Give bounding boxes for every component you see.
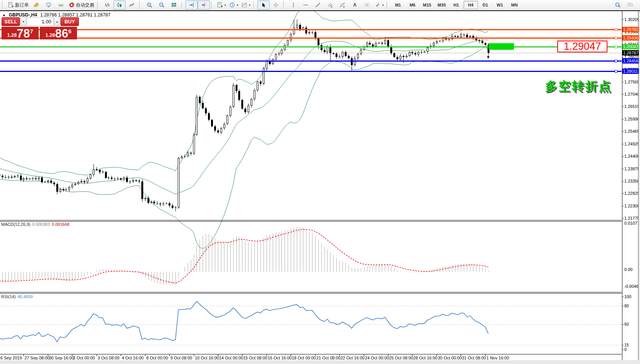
hline-anchor-marker[interactable] [615, 28, 617, 31]
time-tick-label[interactable]: 30 Sep 16:00 [49, 356, 74, 360]
autotrading-button[interactable]: 自动交易 [67, 0, 96, 10]
time-tick-label[interactable]: 3 Oct 08:00 [98, 356, 119, 360]
macd-main-value: 0.000383 [32, 222, 50, 227]
zoom-in-button[interactable] [143, 0, 155, 10]
time-tick-label[interactable]: 31 Oct 08:00 [462, 356, 486, 360]
autotrade-icon [69, 2, 75, 8]
chat-button[interactable] [624, 0, 636, 10]
style-button[interactable] [30, 0, 43, 10]
signals-button[interactable] [55, 0, 67, 10]
ask-price-button[interactable]: 1.28866 [40, 27, 77, 39]
timeframe-w1-button[interactable]: W1 [493, 1, 507, 9]
time-tick-label[interactable]: 14 Oct 00:00 [219, 356, 243, 360]
price-tick-label: 1.24400 [624, 154, 640, 158]
price-callout-box[interactable]: 1.29047 [557, 41, 607, 52]
time-tick-label[interactable]: 4 Oct 16:00 [122, 356, 144, 360]
price-line-badge: 1.29047 [622, 44, 639, 49]
ask-pip-digit: 6 [68, 28, 71, 34]
time-tick-label[interactable]: 1 Nov 16:00 [486, 356, 509, 360]
time-tick-label[interactable]: 16 Oct 16:00 [268, 356, 292, 360]
time-tick-label[interactable]: 18 Oct 00:00 [292, 356, 316, 360]
timeframe-m30-button[interactable]: M30 [434, 1, 449, 9]
chart-shift-button[interactable] [198, 0, 210, 10]
template-icon [241, 2, 247, 8]
periods-button[interactable]: ▾ [228, 0, 240, 10]
ask-prefix: 1.28 [45, 32, 55, 38]
hline-1.29781[interactable] [0, 29, 622, 30]
fibonacci-button[interactable]: F [336, 0, 349, 10]
hline-anchor-marker[interactable] [615, 70, 617, 73]
chart-window-top-border [0, 10, 640, 11]
tile-windows-button[interactable] [168, 0, 180, 10]
time-tick-label[interactable]: 25 Oct 08:00 [389, 356, 413, 360]
trendline-button[interactable] [312, 0, 324, 10]
templates-button[interactable]: ▾ [240, 0, 252, 10]
hline-1.29430[interactable] [0, 38, 622, 39]
horizontal-line-button[interactable] [300, 0, 312, 10]
hline-anchor-marker[interactable] [615, 46, 617, 48]
hline-1.28458[interactable] [0, 60, 622, 62]
highlight-rectangle[interactable] [489, 43, 514, 50]
timeframe-d1-button[interactable]: D1 [478, 1, 493, 9]
indicators-button[interactable]: ▾ [215, 0, 228, 10]
time-tick-label[interactable]: 6 Sep 2019 [0, 356, 22, 360]
time-tick-label[interactable]: 28 Oct 16:00 [413, 356, 437, 360]
timeframe-m1-button[interactable]: M1 [391, 1, 405, 9]
timeframe-mn-button[interactable]: MN [507, 1, 522, 9]
price-chart-canvas[interactable] [0, 11, 622, 360]
time-tick-label[interactable]: 22 Oct 16:00 [340, 356, 365, 360]
buy-button[interactable]: BUY [61, 17, 79, 26]
time-tick-mark [242, 354, 242, 356]
zoom-out-button[interactable] [155, 0, 168, 10]
zoom-out-icon [159, 2, 165, 8]
market-watch-button[interactable] [43, 0, 55, 10]
tile-icon [171, 2, 177, 8]
hline-1.28011[interactable] [0, 71, 622, 72]
time-tick-label[interactable]: 24 Oct 00:00 [365, 356, 389, 360]
time-tick-mark [145, 354, 146, 356]
vertical-line-button[interactable] [287, 0, 300, 10]
time-tick-mark [97, 354, 97, 356]
time-tick-label[interactable]: 9 Oct 08:00 [170, 356, 192, 360]
collapse-panel-icon[interactable]: ▲ [2, 13, 6, 17]
linechart-icon [129, 2, 135, 8]
bid-price-button[interactable]: 1.28787 [2, 27, 39, 39]
chartshift-icon [201, 2, 207, 8]
volume-input[interactable] [27, 17, 54, 26]
time-tick-label[interactable]: 21 Oct 08:00 [316, 356, 340, 360]
timeframe-m15-button[interactable]: M15 [420, 1, 434, 9]
bar-chart-button[interactable] [101, 0, 113, 10]
autotrading-button-label: 自动交易 [76, 2, 94, 8]
ohlc-values: 1.28786 1.28857 1.28761 1.28787 [40, 12, 111, 18]
bid-prefix: 1.28 [7, 32, 16, 38]
timeframe-m5-button[interactable]: M5 [405, 1, 420, 9]
hline-anchor-marker[interactable] [615, 37, 617, 39]
sell-button[interactable]: SELL [2, 17, 20, 26]
arrows-button[interactable]: ▾ [373, 0, 385, 10]
auto-scroll-button[interactable] [185, 0, 198, 10]
time-tick-label[interactable]: 10 Oct 16:00 [195, 356, 219, 360]
hline-anchor-marker[interactable] [615, 60, 617, 62]
timeframe-h1-button[interactable]: H1 [449, 1, 463, 9]
candlestick-chart-button[interactable] [113, 0, 126, 10]
turning-point-annotation[interactable]: 多空转折点 [545, 78, 612, 95]
cursor-button[interactable] [257, 0, 270, 10]
text-button[interactable]: A [349, 0, 361, 10]
timeframe-h4-button[interactable]: H4 [463, 1, 478, 9]
channel-button[interactable]: E [324, 0, 336, 10]
volume-decrease-button[interactable]: ▼ [20, 17, 26, 26]
time-tick-label[interactable]: 8 Oct 00:00 [146, 356, 168, 360]
text-label-button[interactable]: T [361, 0, 373, 10]
new-order-button[interactable]: 新订单 [6, 0, 30, 10]
time-tick-label[interactable]: 27 Sep 08:00 [25, 356, 49, 360]
volume-increase-button[interactable]: ▲ [54, 17, 60, 26]
rsi-axis-label: 100 [624, 294, 631, 299]
line-chart-button[interactable] [126, 0, 138, 10]
search-button[interactable] [612, 0, 624, 10]
crosshair-button[interactable] [270, 0, 282, 10]
time-tick-label[interactable]: 2 Oct 00:00 [73, 356, 95, 360]
time-tick-label[interactable]: 15 Oct 08:00 [243, 356, 267, 360]
hline-1.29047[interactable] [0, 46, 622, 47]
crosshair-icon [273, 2, 279, 8]
time-tick-label[interactable]: 30 Oct 00:00 [438, 356, 462, 360]
